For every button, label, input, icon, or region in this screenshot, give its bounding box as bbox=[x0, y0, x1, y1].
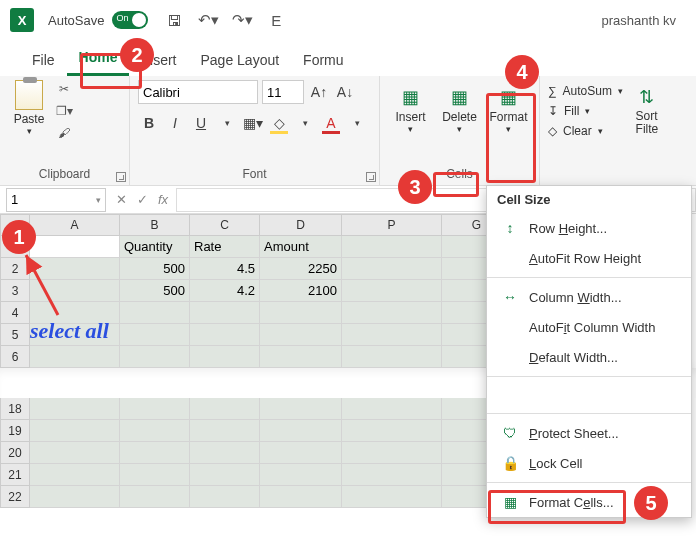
menu-row-height[interactable]: ↕Row Height... bbox=[487, 213, 691, 243]
cell[interactable] bbox=[30, 398, 120, 420]
cell[interactable] bbox=[120, 302, 190, 324]
cell[interactable] bbox=[190, 486, 260, 508]
cell[interactable] bbox=[260, 346, 342, 368]
increase-font-icon[interactable]: A↑ bbox=[308, 81, 330, 103]
cell[interactable] bbox=[120, 324, 190, 346]
cell[interactable] bbox=[260, 486, 342, 508]
row-header[interactable]: 3 bbox=[0, 280, 30, 302]
row-header[interactable]: 19 bbox=[0, 420, 30, 442]
cell[interactable] bbox=[190, 420, 260, 442]
enter-formula-icon[interactable]: ✓ bbox=[137, 192, 148, 207]
menu-autofit-column[interactable]: ·AutoFit Column Width bbox=[487, 312, 691, 342]
autosave-toggle[interactable]: On bbox=[112, 11, 148, 29]
tab-file[interactable]: File bbox=[20, 44, 67, 76]
cell[interactable] bbox=[120, 464, 190, 486]
cell[interactable] bbox=[30, 324, 120, 346]
row-header[interactable]: 6 bbox=[0, 346, 30, 368]
clipboard-launcher[interactable] bbox=[116, 172, 126, 182]
cell[interactable]: 4.5 bbox=[190, 258, 260, 280]
select-all-corner[interactable] bbox=[0, 214, 30, 236]
cell[interactable] bbox=[120, 398, 190, 420]
col-header-B[interactable]: B bbox=[120, 214, 190, 236]
cell[interactable] bbox=[260, 442, 342, 464]
user-name[interactable]: prashanth kv bbox=[602, 13, 676, 28]
delete-cells-button[interactable]: ▦Delete▾ bbox=[437, 80, 482, 134]
col-header-C[interactable]: C bbox=[190, 214, 260, 236]
cell[interactable] bbox=[30, 442, 120, 464]
fx-icon[interactable]: fx bbox=[158, 192, 168, 207]
menu-format-cells[interactable]: ▦Format Cells... bbox=[487, 487, 691, 517]
fill-color-icon[interactable]: ◇ bbox=[268, 112, 290, 134]
sort-filter-button[interactable]: ⇅Sort Filte bbox=[627, 80, 667, 136]
cell[interactable] bbox=[342, 442, 442, 464]
undo-icon[interactable]: ↶▾ bbox=[196, 8, 220, 32]
cell[interactable] bbox=[120, 346, 190, 368]
cell[interactable] bbox=[342, 302, 442, 324]
italic-button[interactable]: I bbox=[164, 112, 186, 134]
row-header[interactable]: 22 bbox=[0, 486, 30, 508]
tab-home[interactable]: Home bbox=[67, 41, 130, 76]
cell[interactable] bbox=[30, 464, 120, 486]
cell[interactable] bbox=[260, 398, 342, 420]
cell[interactable] bbox=[190, 398, 260, 420]
cell[interactable] bbox=[30, 346, 120, 368]
menu-protect-sheet[interactable]: 🛡Protect Sheet... bbox=[487, 418, 691, 448]
cell[interactable] bbox=[190, 346, 260, 368]
cell[interactable] bbox=[260, 302, 342, 324]
cell[interactable]: 500 bbox=[120, 280, 190, 302]
cell[interactable] bbox=[190, 464, 260, 486]
cell[interactable] bbox=[120, 420, 190, 442]
decrease-font-icon[interactable]: A↓ bbox=[334, 81, 356, 103]
font-name-select[interactable] bbox=[138, 80, 258, 104]
menu-autofit-row[interactable]: ·AutoFit Row Height bbox=[487, 243, 691, 273]
row-header[interactable]: 20 bbox=[0, 442, 30, 464]
borders-icon[interactable]: ▦▾ bbox=[242, 112, 264, 134]
col-header-P[interactable]: P bbox=[342, 214, 442, 236]
cell[interactable] bbox=[342, 346, 442, 368]
paste-button[interactable]: Paste ▾ bbox=[8, 80, 50, 136]
tab-formulas[interactable]: Formu bbox=[291, 44, 355, 76]
row-header[interactable]: 1 bbox=[0, 236, 30, 258]
row-header[interactable]: 5 bbox=[0, 324, 30, 346]
save-icon[interactable]: 🖫 bbox=[162, 8, 186, 32]
cell[interactable] bbox=[190, 442, 260, 464]
cell[interactable]: Amount bbox=[260, 236, 342, 258]
menu-column-width[interactable]: ↔Column Width... bbox=[487, 282, 691, 312]
cell[interactable]: Quantity bbox=[120, 236, 190, 258]
cancel-formula-icon[interactable]: ✕ bbox=[116, 192, 127, 207]
cell[interactable] bbox=[260, 464, 342, 486]
cell[interactable] bbox=[120, 442, 190, 464]
cell[interactable] bbox=[30, 236, 120, 258]
cell[interactable] bbox=[30, 420, 120, 442]
menu-default-width[interactable]: ·Default Width... bbox=[487, 342, 691, 372]
cell[interactable] bbox=[342, 280, 442, 302]
menu-lock-cell[interactable]: 🔒Lock Cell bbox=[487, 448, 691, 478]
col-header-D[interactable]: D bbox=[260, 214, 342, 236]
cell[interactable] bbox=[120, 486, 190, 508]
cell[interactable]: 2100 bbox=[260, 280, 342, 302]
font-color-icon[interactable]: A bbox=[320, 112, 342, 134]
cell[interactable]: 2250 bbox=[260, 258, 342, 280]
tab-page-layout[interactable]: Page Layout bbox=[188, 44, 291, 76]
tab-insert[interactable]: Insert bbox=[129, 44, 188, 76]
cut-icon[interactable]: ✂ bbox=[54, 80, 74, 98]
col-header-A[interactable]: A bbox=[30, 214, 120, 236]
row-header[interactable]: 21 bbox=[0, 464, 30, 486]
clear-button[interactable]: ◇Clear▾ bbox=[548, 124, 623, 138]
cell[interactable] bbox=[30, 280, 120, 302]
cell[interactable]: Rate bbox=[190, 236, 260, 258]
redo-icon[interactable]: ↷▾ bbox=[230, 8, 254, 32]
autosum-button[interactable]: ∑AutoSum▾ bbox=[548, 84, 623, 98]
cell[interactable]: 500 bbox=[120, 258, 190, 280]
insert-cells-button[interactable]: ▦Insert▾ bbox=[388, 80, 433, 134]
cell[interactable] bbox=[260, 420, 342, 442]
row-header[interactable]: 18 bbox=[0, 398, 30, 420]
fill-button[interactable]: ↧Fill▾ bbox=[548, 104, 623, 118]
name-box[interactable]: 1▾ bbox=[6, 188, 106, 212]
format-painter-icon[interactable]: 🖌 bbox=[54, 124, 74, 142]
row-header[interactable]: 4 bbox=[0, 302, 30, 324]
cell[interactable] bbox=[260, 324, 342, 346]
cell[interactable] bbox=[190, 302, 260, 324]
cell[interactable] bbox=[30, 302, 120, 324]
cell[interactable] bbox=[342, 486, 442, 508]
